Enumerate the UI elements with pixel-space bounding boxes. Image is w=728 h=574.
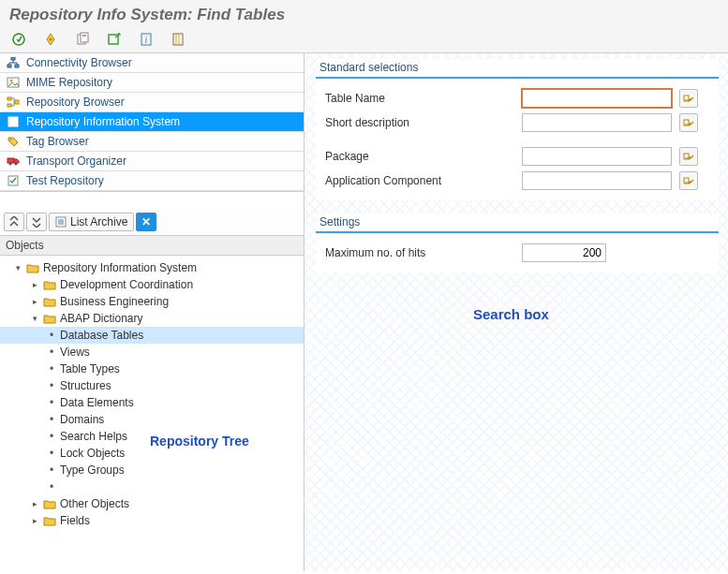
nav-item-label: Connectivity Browser [26,56,132,69]
nav-item-label: Transport Organizer [26,155,126,168]
tree-row[interactable]: •Views [0,344,304,361]
svg-point-24 [15,163,18,166]
svg-point-21 [10,139,12,140]
input-appComp[interactable] [522,171,672,190]
svg-point-23 [9,163,12,166]
svg-text:i: i [145,35,148,45]
svg-rect-4 [82,35,86,37]
repository-tree[interactable]: Repository Tree ▾Repository Information … [0,256,304,571]
tree-row[interactable]: ▸Business Engineering [0,293,304,310]
tree-row[interactable]: ▸Development Coordination [0,276,304,293]
svg-rect-11 [11,57,15,60]
multiple-selection-button[interactable] [679,113,698,132]
selections-icon[interactable] [107,32,122,47]
nav-item-label: Repository Browser [26,96,125,109]
svg-text:i: i [12,118,14,126]
layout-icon[interactable] [171,32,186,47]
tree-row[interactable]: •Search Helps [0,428,304,445]
label-shortDesc: Short description [325,116,522,129]
tree-label: Lock Objects [60,447,125,460]
standard-selections-title: Standard selections [316,59,719,79]
tree-label: Table Types [60,362,120,375]
twisty-open-icon[interactable]: ▾ [13,263,22,272]
settings-title: Settings [316,213,719,233]
tree-row[interactable]: ▾ABAP Dictionary [0,310,304,327]
copy-icon[interactable] [75,32,90,47]
tree-label: Search Helps [60,430,127,443]
tree-row[interactable]: •Table Types [0,361,304,377]
tree-row[interactable]: •Structures [0,377,304,394]
folder-icon [43,515,56,526]
info-icon[interactable]: i [139,32,154,47]
folder-icon [43,279,56,290]
expand-all-button[interactable] [26,213,47,231]
input-maxHits[interactable] [522,243,606,262]
tree-label: Database Tables [60,329,143,342]
label-tableName: Table Name [325,92,522,105]
twisty-open-icon[interactable]: ▾ [30,314,39,323]
tree-row[interactable]: ▸Other Objects [0,495,304,512]
close-panel-button[interactable]: ✕ [136,213,156,231]
svg-rect-16 [7,97,11,100]
tree-row[interactable]: •Lock Objects [0,445,304,462]
folder-icon [26,262,39,273]
tree-row[interactable]: •Data Elements [0,394,304,411]
bullet-icon: • [47,447,56,460]
tree-row[interactable]: • [0,478,304,495]
tag-icon [6,135,21,148]
tree-label: Other Objects [60,497,129,510]
tree-label: Type Groups [60,464,125,477]
nav-item-connectivity-browser[interactable]: Connectivity Browser [0,53,304,73]
nav-item-mime-repository[interactable]: MIME Repository [0,73,304,93]
multiple-selection-button[interactable] [679,147,698,166]
svg-rect-8 [173,34,183,45]
variant-icon[interactable] [43,32,58,47]
form-row-tableName: Table Name [316,86,719,110]
bullet-icon: • [47,329,56,342]
nav-item-label: MIME Repository [26,76,112,89]
execute-icon[interactable] [11,32,26,47]
mid-toolbar: List Archive ✕ [0,209,304,236]
right-pane: Standard selections Table Name Short des… [305,53,728,571]
tree-label: Development Coordination [60,278,193,291]
multiple-selection-button[interactable] [679,89,698,108]
bullet-icon: • [47,346,56,359]
bullet-icon: • [47,396,56,409]
main-toolbar: i [0,28,728,53]
tree-row[interactable]: •Database Tables [0,327,304,344]
nav-item-repository-browser[interactable]: Repository Browser [0,93,304,112]
svg-point-15 [10,80,13,82]
tree-label: Views [60,346,90,359]
twisty-closed-icon[interactable]: ▸ [30,297,39,306]
settings-group: Settings Maximum no. of hits [316,213,719,272]
truck-icon [6,155,21,168]
tree-icon [6,96,21,109]
twisty-closed-icon[interactable]: ▸ [30,280,39,289]
bullet-icon: • [47,362,56,375]
twisty-closed-icon[interactable]: ▸ [30,499,39,508]
annotation-search-box: Search box [473,306,549,322]
left-pane: Connectivity BrowserMIME RepositoryRepos… [0,53,305,571]
list-archive-button[interactable]: List Archive [49,213,134,231]
nav-item-test-repository[interactable]: Test Repository [0,171,304,191]
folder-icon [43,313,56,324]
multiple-selection-button[interactable] [679,171,698,190]
tree-label: Fields [60,514,90,527]
nav-item-repository-information-system[interactable]: iRepository Information System [0,112,304,132]
input-tableName[interactable] [522,89,672,108]
input-shortDesc[interactable] [522,113,672,132]
nav-item-transport-organizer[interactable]: Transport Organizer [0,152,304,171]
tree-row[interactable]: ▸Fields [0,512,304,529]
nav-item-tag-browser[interactable]: Tag Browser [0,132,304,152]
twisty-closed-icon[interactable]: ▸ [30,516,39,525]
tree-row[interactable]: ▾Repository Information System [0,259,304,276]
svg-rect-13 [15,65,19,67]
input-package[interactable] [522,147,672,166]
info-doc-icon: i [6,115,21,128]
tree-label: Repository Information System [43,261,197,274]
tree-row[interactable]: •Type Groups [0,462,304,478]
collapse-all-button[interactable] [4,213,24,231]
tree-row[interactable]: •Domains [0,411,304,428]
navigation-list: Connectivity BrowserMIME RepositoryRepos… [0,53,304,192]
form-row-maxHits: Maximum no. of hits [316,241,719,265]
